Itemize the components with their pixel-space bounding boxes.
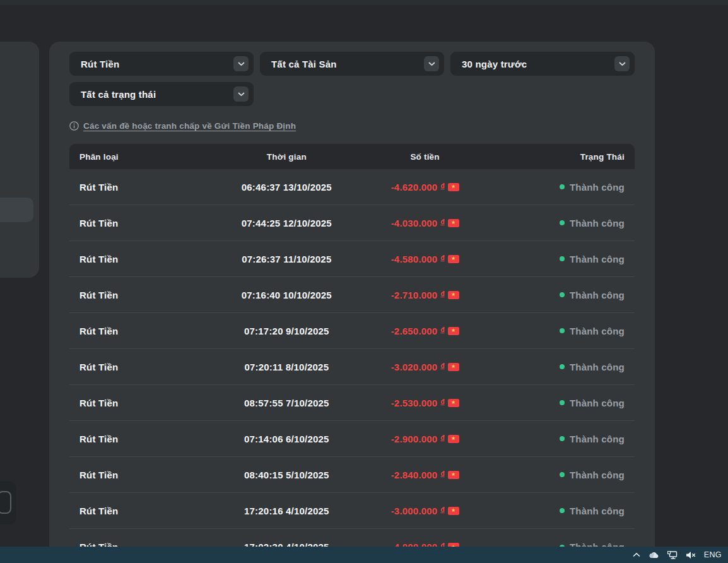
status-label: Thành công — [570, 398, 625, 408]
chevron-down-icon[interactable] — [233, 56, 249, 71]
table-row[interactable]: Rút Tiền 06:46:37 13/10/2025 -4.620.000 … — [69, 169, 635, 205]
cell-status: Thành công — [505, 398, 625, 408]
vn-flag-icon — [448, 435, 459, 443]
table-row[interactable]: Rút Tiền 07:44:25 12/10/2025 -4.030.000 … — [69, 205, 635, 241]
header-amount: Số tiền — [363, 152, 505, 162]
cell-status: Thành công — [505, 254, 625, 264]
cell-amount: -4.580.000 đ — [363, 254, 505, 264]
cell-status: Thành công — [505, 290, 625, 300]
status-label: Thành công — [570, 254, 625, 264]
cell-category: Rút Tiền — [79, 506, 210, 516]
cell-category: Rút Tiền — [79, 470, 210, 480]
status-label: Thành công — [570, 290, 625, 300]
status-label: Thành công — [570, 362, 625, 372]
success-dot-icon — [560, 256, 565, 261]
dong-currency-symbol: đ — [440, 398, 444, 405]
transaction-type-value: Rút Tiền — [81, 59, 119, 69]
sidebar-active-item[interactable] — [0, 198, 33, 222]
transaction-type-dropdown[interactable]: Rút Tiền — [69, 52, 254, 76]
status-label: Thành công — [570, 182, 625, 193]
cell-time: 07:44:25 12/10/2025 — [210, 218, 363, 228]
status-label: Thành công — [570, 218, 625, 228]
chevron-down-icon[interactable] — [424, 56, 439, 71]
cell-category: Rút Tiền — [79, 362, 210, 372]
vn-flag-icon — [448, 399, 459, 407]
cell-amount: -2.840.000 đ — [363, 470, 505, 480]
cell-amount: -2.650.000 đ — [363, 326, 505, 336]
dispute-link[interactable]: Các vấn đề hoặc tranh chấp về Gửi Tiền P… — [83, 121, 296, 131]
cell-time: 07:20:11 8/10/2025 — [210, 362, 363, 372]
vn-flag-icon — [448, 183, 459, 191]
success-dot-icon — [560, 220, 565, 225]
chevron-down-icon[interactable] — [233, 86, 249, 102]
time-range-value: 30 ngày trước — [462, 59, 527, 69]
dong-currency-symbol: đ — [440, 434, 444, 441]
cell-amount: -2.900.000 đ — [363, 434, 505, 444]
table-body: Rút Tiền 06:46:37 13/10/2025 -4.620.000 … — [69, 169, 635, 563]
transaction-history-panel: Rút Tiền Tất cả Tài Sản 30 ngày trước — [49, 42, 655, 563]
amount-value: -2.710.000 — [391, 290, 438, 300]
cell-category: Rút Tiền — [79, 182, 210, 193]
cell-category: Rút Tiền — [79, 254, 210, 264]
cell-amount: -4.030.000 đ — [363, 218, 505, 228]
table-row[interactable]: Rút Tiền 07:16:40 10/10/2025 -2.710.000 … — [69, 277, 635, 313]
chevron-down-icon[interactable] — [614, 56, 630, 71]
cell-category: Rút Tiền — [79, 326, 210, 336]
table-row[interactable]: Rút Tiền 08:40:15 5/10/2025 -2.840.000 đ… — [69, 457, 635, 493]
amount-value: -2.900.000 — [391, 434, 438, 444]
success-dot-icon — [560, 184, 565, 189]
header-status: Trạng Thái — [505, 152, 625, 162]
dong-currency-symbol: đ — [440, 506, 444, 513]
network-ethernet-icon[interactable] — [667, 551, 678, 559]
info-icon — [69, 121, 79, 131]
vn-flag-icon — [448, 327, 459, 335]
cell-amount: -2.530.000 đ — [363, 398, 505, 408]
filters-row-2: Tất cả trạng thái — [69, 82, 635, 106]
vn-flag-icon — [448, 507, 459, 515]
dong-currency-symbol: đ — [440, 326, 444, 333]
table-row[interactable]: Rút Tiền 07:14:06 6/10/2025 -2.900.000 đ… — [69, 421, 635, 457]
dong-currency-symbol: đ — [440, 290, 444, 297]
support-widget-button[interactable] — [0, 482, 16, 524]
success-dot-icon — [560, 328, 565, 333]
amount-value: -2.650.000 — [391, 326, 438, 336]
asset-dropdown[interactable]: Tất cả Tài Sản — [260, 52, 444, 76]
success-dot-icon — [560, 400, 565, 405]
cell-status: Thành công — [505, 506, 625, 516]
table-row[interactable]: Rút Tiền 08:57:55 7/10/2025 -2.530.000 đ… — [69, 385, 635, 421]
cell-time: 07:14:06 6/10/2025 — [210, 434, 363, 444]
cell-category: Rút Tiền — [79, 398, 210, 408]
onedrive-cloud-icon[interactable] — [649, 551, 659, 559]
table-row[interactable]: Rút Tiền 17:20:16 4/10/2025 -3.000.000 đ… — [69, 493, 635, 529]
success-dot-icon — [560, 472, 565, 477]
success-dot-icon — [560, 508, 565, 513]
amount-value: -4.030.000 — [391, 218, 438, 228]
cell-amount: -2.710.000 đ — [363, 290, 505, 300]
status-dropdown[interactable]: Tất cả trạng thái — [69, 82, 254, 106]
dong-currency-symbol: đ — [440, 182, 444, 189]
cell-time: 08:40:15 5/10/2025 — [210, 470, 363, 480]
status-label: Thành công — [570, 506, 625, 516]
transactions-table: Phân loại Thời gian Số tiền Trạng Thái R… — [69, 144, 635, 563]
status-filter-value: Tất cả trạng thái — [81, 89, 156, 100]
cell-status: Thành công — [505, 326, 625, 336]
table-row[interactable]: Rút Tiền 07:20:11 8/10/2025 -3.020.000 đ… — [69, 349, 635, 385]
tray-chevron-up-icon[interactable] — [633, 552, 640, 557]
cell-time: 08:57:55 7/10/2025 — [210, 398, 363, 408]
cell-time: 07:17:20 9/10/2025 — [210, 326, 363, 336]
app-window: Rút Tiền Tất cả Tài Sản 30 ngày trước — [0, 0, 728, 563]
cell-status: Thành công — [505, 434, 625, 444]
amount-value: -4.580.000 — [391, 254, 438, 264]
time-range-dropdown[interactable]: 30 ngày trước — [450, 52, 635, 76]
cell-status: Thành công — [505, 362, 625, 372]
success-dot-icon — [560, 292, 565, 297]
table-row[interactable]: Rút Tiền 07:17:20 9/10/2025 -2.650.000 đ… — [69, 313, 635, 349]
amount-value: -2.530.000 — [391, 398, 438, 408]
table-row[interactable]: Rút Tiền 07:26:37 11/10/2025 -4.580.000 … — [69, 241, 635, 277]
cell-amount: -3.020.000 đ — [363, 362, 505, 372]
cell-time: 17:20:16 4/10/2025 — [210, 506, 363, 516]
speaker-muted-icon[interactable] — [686, 551, 696, 559]
dong-currency-symbol: đ — [440, 218, 444, 225]
dispute-link-row: Các vấn đề hoặc tranh chấp về Gửi Tiền P… — [69, 120, 635, 131]
tray-language-indicator[interactable]: ENG — [704, 550, 722, 559]
